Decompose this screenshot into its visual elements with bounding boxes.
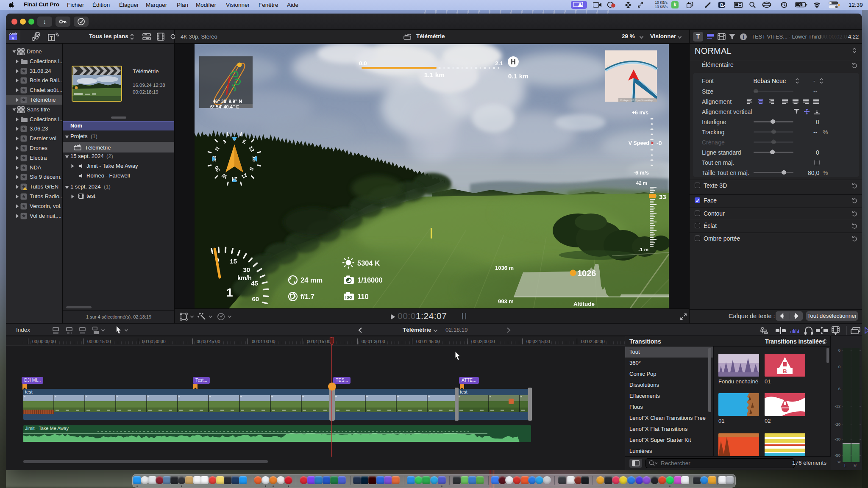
svg-text:1: 1 <box>226 286 233 299</box>
svg-text:-0: -0 <box>657 140 662 147</box>
svg-text:i: i <box>743 34 744 40</box>
svg-text:1026: 1026 <box>577 269 596 278</box>
svg-text:33: 33 <box>659 193 666 200</box>
svg-text:B: B <box>720 3 723 8</box>
svg-text:V Speed: V Speed <box>629 140 649 146</box>
svg-text:-6 m/s: -6 m/s <box>634 170 649 176</box>
svg-text:42 m: 42 m <box>636 180 647 186</box>
svg-text:H: H <box>511 58 516 66</box>
svg-text:1/16000: 1/16000 <box>357 276 383 284</box>
svg-text:993 m: 993 m <box>498 298 514 305</box>
svg-text:0.0: 0.0 <box>359 60 367 67</box>
svg-text:45: 45 <box>251 280 258 287</box>
svg-text:f/1.7: f/1.7 <box>300 293 314 300</box>
svg-text:+6 m/s: +6 m/s <box>632 110 648 116</box>
svg-text:B: B <box>783 368 787 374</box>
svg-text:46° 38' 9.9" N: 46° 38' 9.9" N <box>213 99 242 104</box>
svg-text:!: ! <box>25 188 25 191</box>
svg-text:1.1 km: 1.1 km <box>424 71 445 78</box>
svg-text:24 mm: 24 mm <box>300 276 323 284</box>
svg-text:km/h: km/h <box>237 274 252 281</box>
svg-text:6° 54' 40.4" E: 6° 54' 40.4" E <box>210 104 239 109</box>
svg-text:0.1 km: 0.1 km <box>508 72 529 80</box>
svg-text:ISO: ISO <box>345 295 352 299</box>
svg-text:110: 110 <box>357 293 369 300</box>
svg-text:Altitude: Altitude <box>573 301 595 307</box>
svg-text:5304 K: 5304 K <box>357 259 380 267</box>
svg-text:© Mapbox © OpenStreetMap: © Mapbox © OpenStreetMap <box>620 99 653 102</box>
svg-text:30: 30 <box>243 266 250 273</box>
svg-text:60: 60 <box>252 295 259 302</box>
svg-text:15: 15 <box>230 258 237 265</box>
svg-text:-1 m: -1 m <box>638 247 648 252</box>
svg-text:2.1: 2.1 <box>495 60 503 67</box>
svg-text:T: T <box>50 35 53 41</box>
svg-text:1036 m: 1036 m <box>495 265 514 271</box>
